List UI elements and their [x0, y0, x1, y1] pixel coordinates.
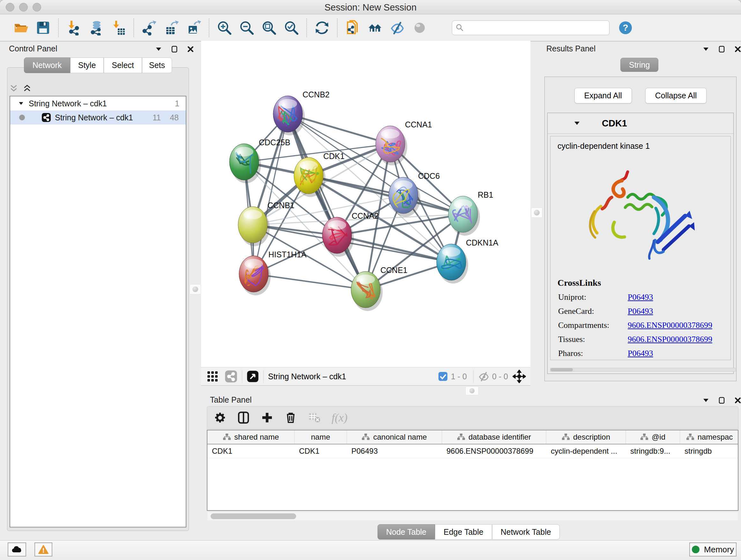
table-horizontal-scrollbar[interactable] [207, 512, 738, 520]
refresh-icon[interactable] [314, 19, 330, 36]
show-all-icon[interactable] [411, 19, 428, 36]
collapse-all-networks-icon[interactable] [10, 84, 18, 92]
network-node-cdc25b[interactable]: CDC25B [229, 138, 290, 183]
birds-eye-view-icon[interactable] [247, 370, 259, 382]
crosslink-compartments-link[interactable]: 9606.ENSP00000378699 [628, 320, 712, 330]
zoom-in-icon[interactable] [216, 19, 232, 36]
results-panel-float-icon[interactable] [718, 45, 726, 53]
show-columns-icon[interactable] [237, 411, 250, 424]
warnings-button[interactable] [35, 543, 52, 557]
share-view-icon[interactable] [225, 370, 238, 383]
delete-column-icon[interactable] [284, 411, 297, 424]
import-network-from-file-icon[interactable] [65, 19, 82, 36]
network-node-hist1h1a[interactable]: HIST1H1A [239, 250, 307, 295]
control-panel-close-icon[interactable] [187, 45, 194, 53]
hidden-eye-icon[interactable] [478, 371, 489, 382]
save-session-icon[interactable] [35, 19, 51, 36]
left-splitter-handle[interactable] [190, 284, 201, 294]
node-label: CDC25B [259, 138, 290, 147]
table-cell[interactable]: CDK1 [294, 444, 347, 458]
pan-crosshair-icon[interactable] [513, 370, 526, 383]
crosslink-genecard-link[interactable]: P06493 [628, 307, 653, 316]
export-image-icon[interactable] [185, 19, 202, 36]
tab-network-table[interactable]: Network Table [492, 524, 560, 540]
export-table-icon[interactable] [163, 19, 180, 36]
first-neighbors-icon[interactable] [367, 19, 383, 36]
tab-node-table[interactable]: Node Table [378, 524, 435, 540]
zoom-selected-icon[interactable] [283, 19, 300, 36]
column-header[interactable]: database identifier [442, 430, 546, 444]
column-header[interactable]: namespac [680, 430, 738, 444]
bottom-splitter-handle[interactable] [465, 386, 479, 395]
network-canvas[interactable]: CCNB2CCNA1CDC25BCDK1CDC6RB1CCNB1CCNA2CDK… [201, 41, 530, 367]
table-cell[interactable]: 9606.ENSP00000378699 [442, 444, 546, 458]
tab-edge-table[interactable]: Edge Table [435, 524, 492, 540]
table-options-gear-icon[interactable] [213, 411, 226, 424]
network-collection-row[interactable]: String Network – cdk1 1 [10, 97, 186, 111]
tab-network[interactable]: Network [24, 57, 70, 73]
hide-selected-icon[interactable] [389, 19, 406, 36]
tab-string[interactable]: String [620, 58, 658, 72]
expand-all-button[interactable]: Expand All [575, 88, 632, 104]
network-node-ccnb2[interactable]: CCNB2 [273, 90, 330, 135]
crosslink-uniprot-link[interactable]: P06493 [628, 293, 653, 302]
network-node-rb1[interactable]: RB1 [448, 190, 493, 236]
control-panel-float-icon[interactable] [171, 45, 179, 53]
column-header[interactable]: description [546, 430, 626, 444]
network-row[interactable]: String Network – cdk1 11 48 [10, 111, 186, 125]
column-type-icon [457, 433, 465, 441]
tab-sets[interactable]: Sets [142, 57, 172, 73]
network-view-title: String Network – cdk1 [268, 372, 346, 381]
import-network-from-database-icon[interactable] [88, 19, 105, 36]
add-column-icon[interactable] [261, 411, 273, 424]
table-panel-float-icon[interactable] [718, 396, 726, 404]
collapse-all-button[interactable]: Collapse All [645, 88, 707, 104]
grid-view-icon[interactable] [206, 370, 219, 383]
table-cell[interactable]: cyclin-dependent ... [546, 444, 626, 458]
table-cell[interactable]: stringdb:9... [626, 444, 680, 458]
column-type-icon [223, 433, 231, 441]
column-header[interactable]: canonical name [347, 430, 442, 444]
table-panel-menu-icon[interactable] [702, 396, 710, 404]
column-type-icon [562, 433, 570, 441]
table-panel-close-icon[interactable] [734, 396, 741, 404]
delete-table-icon[interactable] [308, 411, 321, 424]
node-table-header: shared namenamecanonical namedatabase id… [207, 430, 738, 444]
export-network-icon[interactable] [141, 19, 157, 36]
results-panel-close-icon[interactable] [734, 45, 741, 53]
memory-button[interactable]: Memory [689, 543, 737, 557]
zoom-fit-content-icon[interactable] [261, 19, 277, 36]
new-network-from-selection-icon[interactable] [344, 19, 361, 36]
svg-text:?: ? [623, 23, 628, 33]
network-node-ccna1[interactable]: CCNA1 [376, 120, 432, 165]
results-panel-menu-icon[interactable] [702, 45, 710, 53]
crosslink-pharos-link[interactable]: P06493 [628, 349, 653, 358]
collection-expanded-icon[interactable] [18, 100, 24, 107]
network-node-cdc6[interactable]: CDC6 [389, 172, 440, 217]
tab-select[interactable]: Select [104, 57, 142, 73]
expand-all-networks-icon[interactable] [23, 84, 31, 92]
gene-collapse-icon[interactable] [573, 119, 581, 127]
column-header[interactable]: @id [626, 430, 680, 444]
table-cell[interactable]: CDK1 [207, 444, 294, 458]
control-panel-menu-icon[interactable] [155, 45, 162, 53]
zoom-out-icon[interactable] [239, 19, 255, 36]
import-table-from-file-icon[interactable] [110, 19, 127, 36]
table-cell[interactable]: P06493 [347, 444, 442, 458]
crosslink-tissues-link[interactable]: 9606.ENSP00000378699 [628, 334, 712, 344]
results-panel: Expand All Collapse All CDK1 cyclin-depe… [544, 77, 737, 381]
network-node-cdkn1a[interactable]: CDKN1A [436, 238, 498, 284]
search-input[interactable] [452, 20, 610, 35]
cloud-status-button[interactable] [8, 543, 26, 557]
function-builder-icon[interactable]: f(x) [332, 411, 347, 424]
open-session-icon[interactable] [12, 19, 29, 36]
selected-checkbox-icon[interactable] [438, 372, 448, 381]
table-cell[interactable]: stringdb [680, 444, 738, 458]
column-header[interactable]: name [294, 430, 347, 444]
help-icon[interactable]: ? [617, 19, 634, 36]
column-header[interactable]: shared name [207, 430, 294, 444]
tab-style[interactable]: Style [70, 57, 104, 73]
network-node-ccne1[interactable]: CCNE1 [351, 266, 408, 311]
right-splitter-handle[interactable] [531, 207, 542, 218]
results-horizontal-scrollbar[interactable] [550, 368, 736, 372]
